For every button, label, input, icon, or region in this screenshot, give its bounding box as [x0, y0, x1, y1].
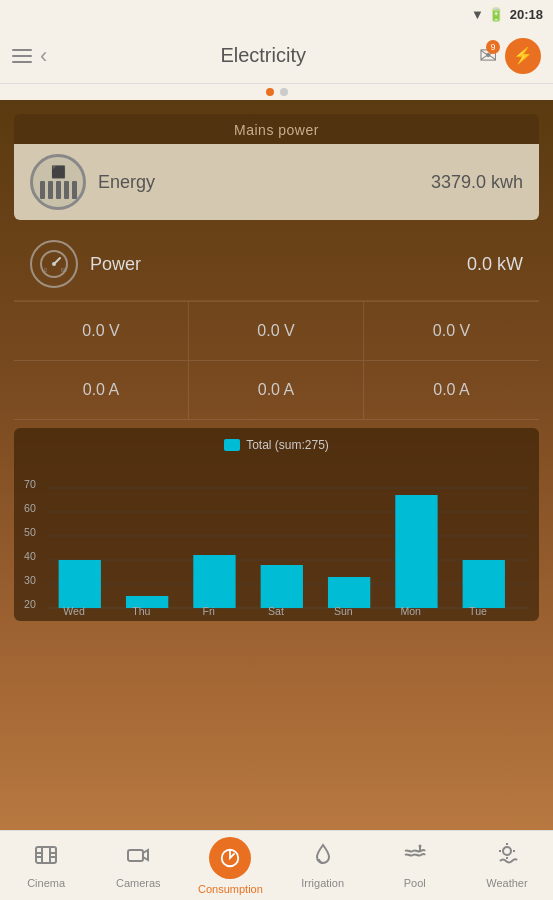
chart-area: 20 30 40 50 60 70 [24, 460, 529, 615]
irrigation-icon [311, 843, 335, 873]
consumption-label: Consumption [198, 883, 263, 895]
pool-icon [403, 843, 427, 873]
cameras-label: Cameras [116, 877, 161, 889]
svg-text:Mon: Mon [400, 605, 421, 615]
nav-item-cameras[interactable]: Cameras [92, 831, 184, 900]
voltage-1: 0.0 V [14, 302, 189, 361]
gauge-icon: 0 60 [30, 240, 78, 288]
svg-text:30: 30 [24, 574, 36, 586]
back-icon[interactable]: ‹ [40, 43, 47, 69]
svg-text:70: 70 [24, 478, 36, 490]
svg-text:Thu: Thu [132, 605, 150, 615]
voltage-grid: 0.0 V 0.0 V 0.0 V 0.0 A 0.0 A 0.0 A [14, 301, 539, 420]
camera-icon [126, 843, 150, 873]
weather-icon [495, 843, 519, 873]
power-label: Power [90, 254, 467, 275]
cinema-icon [34, 843, 58, 873]
consumption-icon-circle [209, 837, 251, 879]
menu-line-2 [12, 55, 32, 57]
amp-2: 0.0 A [189, 361, 364, 420]
nav-item-pool[interactable]: Pool [369, 831, 461, 900]
status-time: 20:18 [510, 7, 543, 22]
voltage-2: 0.0 V [189, 302, 364, 361]
svg-text:20: 20 [24, 598, 36, 610]
voltage-3: 0.0 V [364, 302, 539, 361]
energy-icon: ⬛ [30, 154, 86, 210]
svg-text:Sun: Sun [334, 605, 353, 615]
irrigation-label: Irrigation [301, 877, 344, 889]
power-row: 0 60 Power 0.0 kW [14, 228, 539, 301]
chart-legend: Total (sum:275) [24, 438, 529, 452]
svg-point-2 [52, 262, 56, 266]
legend-label: Total (sum:275) [246, 438, 329, 452]
main-content: Mains power ⬛ Energy 3379.0 kwh [0, 100, 553, 830]
energy-value: 3379.0 kwh [431, 172, 523, 193]
energy-row: ⬛ Energy 3379.0 kwh [14, 144, 539, 220]
bar-chart: 20 30 40 50 60 70 [24, 460, 529, 615]
app-icon[interactable]: ⚡ [505, 38, 541, 74]
bottom-nav: Cinema Cameras Consumption Irrigation [0, 830, 553, 900]
wifi-icon: ▼ [471, 7, 484, 22]
svg-text:Sat: Sat [268, 605, 284, 615]
svg-point-42 [503, 847, 511, 855]
nav-item-irrigation[interactable]: Irrigation [277, 831, 369, 900]
top-nav-bar: ‹ Electricity ✉ 9 ⚡ [0, 28, 553, 84]
mail-icon-wrap[interactable]: ✉ 9 [479, 43, 497, 69]
svg-text:0: 0 [44, 267, 47, 273]
power-value: 0.0 kW [467, 254, 523, 275]
dot-2 [280, 88, 288, 96]
pool-label: Pool [404, 877, 426, 889]
mains-power-card: Mains power ⬛ Energy 3379.0 kwh [14, 114, 539, 220]
svg-rect-22 [395, 495, 437, 608]
status-bar: ▼ 🔋 20:18 [0, 0, 553, 28]
svg-rect-23 [463, 560, 505, 608]
svg-rect-17 [59, 560, 101, 608]
dots-indicator [0, 84, 553, 100]
legend-color [224, 439, 240, 451]
mail-badge: 9 [486, 40, 500, 54]
dot-1 [266, 88, 274, 96]
svg-point-41 [418, 844, 421, 847]
nav-item-cinema[interactable]: Cinema [0, 831, 92, 900]
svg-text:60: 60 [24, 502, 36, 514]
page-title: Electricity [220, 44, 306, 67]
svg-rect-31 [36, 847, 56, 863]
mains-power-title: Mains power [14, 114, 539, 144]
nav-right: ✉ 9 ⚡ [479, 38, 541, 74]
svg-text:Wed: Wed [63, 605, 85, 615]
amp-3: 0.0 A [364, 361, 539, 420]
svg-marker-39 [143, 850, 148, 860]
svg-rect-21 [328, 577, 370, 608]
weather-label: Weather [486, 877, 527, 889]
svg-rect-20 [261, 565, 303, 608]
menu-icon[interactable] [12, 49, 32, 63]
chart-section: Total (sum:275) 20 30 40 50 60 70 [14, 428, 539, 621]
nav-item-consumption[interactable]: Consumption [184, 831, 276, 900]
menu-line-3 [12, 61, 32, 63]
svg-text:Tue: Tue [469, 605, 487, 615]
svg-text:50: 50 [24, 526, 36, 538]
svg-rect-38 [128, 850, 143, 861]
nav-left: ‹ [12, 43, 47, 69]
svg-text:Fri: Fri [203, 605, 215, 615]
status-icons: ▼ 🔋 [471, 7, 504, 22]
amp-1: 0.0 A [14, 361, 189, 420]
svg-rect-19 [193, 555, 235, 608]
battery-icon: 🔋 [488, 7, 504, 22]
cinema-label: Cinema [27, 877, 65, 889]
menu-line-1 [12, 49, 32, 51]
energy-label: Energy [98, 172, 419, 193]
svg-text:60: 60 [61, 267, 67, 273]
nav-item-weather[interactable]: Weather [461, 831, 553, 900]
svg-text:40: 40 [24, 550, 36, 562]
